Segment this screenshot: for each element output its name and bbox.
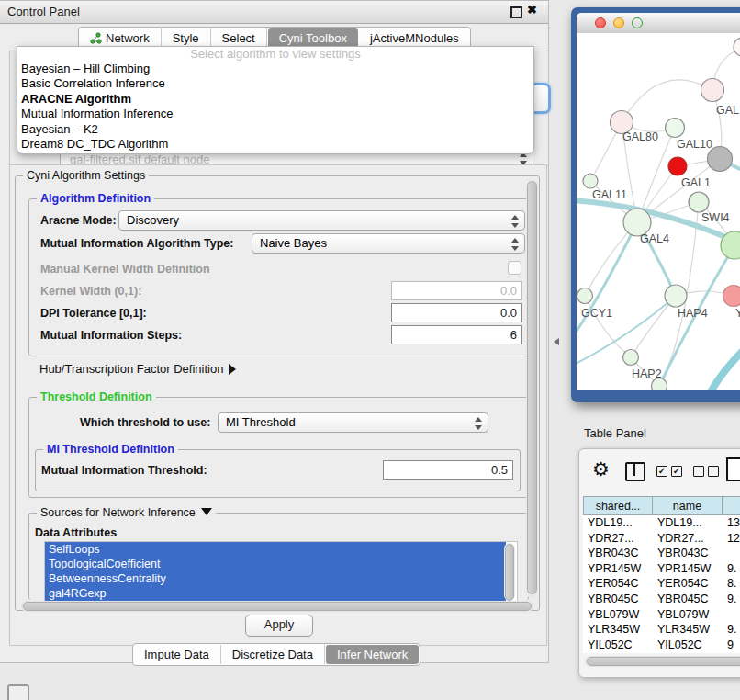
attribute-item[interactable]: gal4RGexp	[45, 586, 506, 601]
dropdown-placeholder: Select algorithm to view settings	[17, 47, 533, 62]
algorithm-definition-group: Algorithm Definition Aracne Mode: Discov…	[28, 198, 529, 356]
combo-stepper-icon	[510, 238, 519, 251]
mi-threshold-definition-group: MI Threshold Definition Mutual Informati…	[35, 449, 521, 491]
network-window-titlebar	[577, 13, 740, 34]
close-icon[interactable]: ✖	[527, 3, 537, 17]
aracne-mode-combo[interactable]: Discovery	[118, 210, 525, 231]
dropdown-item[interactable]: Mutual Information Inference	[17, 107, 533, 121]
gear-icon[interactable]: ⚙	[592, 458, 610, 480]
tab-jactivemnodules[interactable]: jActiveMNodules	[359, 28, 470, 48]
node-label: GAL11	[592, 188, 627, 201]
node-hap4[interactable]	[665, 285, 687, 307]
node-salmon[interactable]	[723, 286, 740, 307]
node-partial-top[interactable]	[734, 38, 740, 56]
network-graph: GAL GAL80 GAL10 GAL1 GAL11 SWI4 GAL4 GCY…	[577, 33, 740, 390]
column-header-shared-name[interactable]: shared...	[583, 496, 653, 515]
sources-group: Sources for Network Inference Data Attri…	[28, 513, 529, 600]
attributes-vertical-scrollbar[interactable]	[504, 543, 515, 601]
node-label: GAL1	[681, 176, 711, 189]
dpi-tolerance-field[interactable]: 0.0	[391, 303, 522, 322]
node-gal-top[interactable]	[701, 79, 724, 102]
tab-impute-data[interactable]: Impute Data	[133, 645, 221, 664]
columns-icon[interactable]	[625, 462, 645, 481]
scrollbar-thumb[interactable]	[23, 602, 532, 611]
table-horizontal-scrollbar[interactable]	[585, 656, 740, 667]
tab-discretize-data[interactable]: Discretize Data	[221, 645, 325, 664]
scrollbar-thumb[interactable]	[527, 181, 537, 594]
dropdown-item[interactable]: Bayesian – K2	[17, 122, 533, 137]
dropdown-item[interactable]: Bayesian – Hill Climbing	[17, 62, 533, 76]
minimize-traffic-light[interactable]	[613, 17, 624, 28]
table-row[interactable]: YER054CYER054C8.	[583, 576, 740, 592]
attribute-item[interactable]: BetweennessCentrality	[45, 571, 506, 586]
attribute-item[interactable]: TopologicalCoefficient	[45, 557, 506, 571]
table-header-row: shared... name	[583, 496, 740, 515]
node-red[interactable]	[668, 157, 687, 175]
node-gal10[interactable]	[666, 119, 685, 138]
dropdown-item[interactable]: Basic Correlation Inference	[17, 76, 533, 91]
dropdown-item[interactable]: Dream8 DC_TDC Algorithm	[17, 137, 533, 152]
scrollbar-thumb[interactable]	[505, 544, 514, 601]
group-title: Algorithm Definition	[37, 192, 154, 205]
node-label: GAL80	[622, 130, 658, 143]
table-row[interactable]: YBR043CYBR043C	[583, 546, 740, 561]
group-title: Threshold Definition	[37, 390, 156, 403]
settings-vertical-scrollbar[interactable]	[526, 179, 538, 598]
node-gcy1[interactable]	[577, 288, 593, 304]
tab-infer-network[interactable]: Infer Network	[326, 645, 419, 664]
which-threshold-combo[interactable]: MI Threshold	[218, 412, 488, 433]
hub-tf-definition-toggle[interactable]: Hub/Transcription Factor Definition	[39, 362, 236, 376]
attribute-item[interactable]: SelfLoops	[45, 542, 506, 557]
mi-algorithm-type-combo[interactable]: Naive Bayes	[252, 233, 525, 254]
column-header-name[interactable]: name	[653, 496, 723, 515]
page-icon[interactable]	[726, 457, 740, 481]
select-all-checkbox-icon[interactable]: ✓	[671, 466, 682, 477]
dropdown-item-selected[interactable]: ARACNE Algorithm	[17, 92, 533, 107]
table-row[interactable]: YLR345WYLR345W9.	[583, 622, 740, 638]
network-icon	[90, 32, 102, 44]
table-row[interactable]: YIL052CYIL052C9	[583, 638, 740, 653]
data-attributes-list[interactable]: SelfLoops TopologicalCoefficient Between…	[44, 541, 518, 604]
combo-stepper-icon	[510, 215, 519, 228]
node-gal11[interactable]	[583, 174, 598, 188]
node-gal1[interactable]	[689, 192, 709, 212]
tab-select[interactable]: Select	[211, 28, 267, 48]
tab-label: Network	[106, 28, 150, 48]
manual-kernel-checkbox[interactable]	[508, 261, 521, 275]
table-row[interactable]: YBR045CYBR045C9.	[583, 592, 740, 607]
table-row[interactable]: YDR27...YDR27...12	[583, 531, 740, 547]
manual-kernel-label: Manual Kernel Width Definition	[40, 263, 210, 276]
settings-horizontal-scrollbar[interactable]	[21, 601, 533, 612]
kernel-width-field[interactable]: 0.0	[391, 281, 522, 300]
control-panel-titlebar: Control Panel ✖	[0, 1, 548, 24]
table-row[interactable]: YBL079WYBL079W	[583, 607, 740, 623]
tab-style[interactable]: Style	[162, 28, 211, 48]
collapse-down-icon	[201, 508, 212, 515]
apply-button[interactable]: Apply	[245, 615, 313, 637]
minimized-panel-icon[interactable]	[7, 684, 29, 700]
mi-type-label: Mutual Information Algorithm Type:	[40, 237, 233, 250]
splitpane-collapse-arrow[interactable]	[554, 338, 559, 345]
cyni-algorithm-settings-group: Cyni Algorithm Settings Algorithm Defini…	[15, 175, 540, 611]
network-canvas[interactable]: GAL GAL80 GAL10 GAL1 GAL11 SWI4 GAL4 GCY…	[577, 33, 740, 390]
screen: Control Panel ✖ Network Style Select Cyn…	[0, 0, 740, 700]
column-header-partial[interactable]	[723, 496, 740, 515]
sources-toggle[interactable]: Sources for Network Inference	[37, 506, 216, 519]
table-row[interactable]: YDL19...YDL19...13	[583, 515, 740, 531]
network-view-window: GAL GAL80 GAL10 GAL1 GAL11 SWI4 GAL4 GCY…	[571, 7, 740, 402]
mi-steps-field[interactable]: 6	[391, 325, 522, 344]
restore-icon[interactable]	[510, 6, 522, 18]
node-hap2[interactable]	[623, 350, 639, 366]
close-traffic-light[interactable]	[595, 17, 606, 28]
node-label: GAL10	[677, 138, 712, 151]
table-row[interactable]: YPR145WYPR145W9.	[583, 561, 740, 577]
scrollbar-thumb[interactable]	[587, 657, 740, 666]
zoom-traffic-light[interactable]	[632, 17, 643, 28]
tab-network[interactable]: Network	[79, 28, 162, 48]
deselect-checkbox-icon[interactable]	[708, 466, 719, 477]
select-all-checkbox-icon[interactable]: ✓	[656, 466, 667, 477]
data-attributes-label: Data Attributes	[35, 526, 117, 539]
mi-threshold-field[interactable]: 0.5	[383, 460, 513, 480]
deselect-checkbox-icon[interactable]	[693, 466, 704, 477]
tab-cyni-toolbox[interactable]: Cyni Toolbox	[268, 28, 358, 48]
